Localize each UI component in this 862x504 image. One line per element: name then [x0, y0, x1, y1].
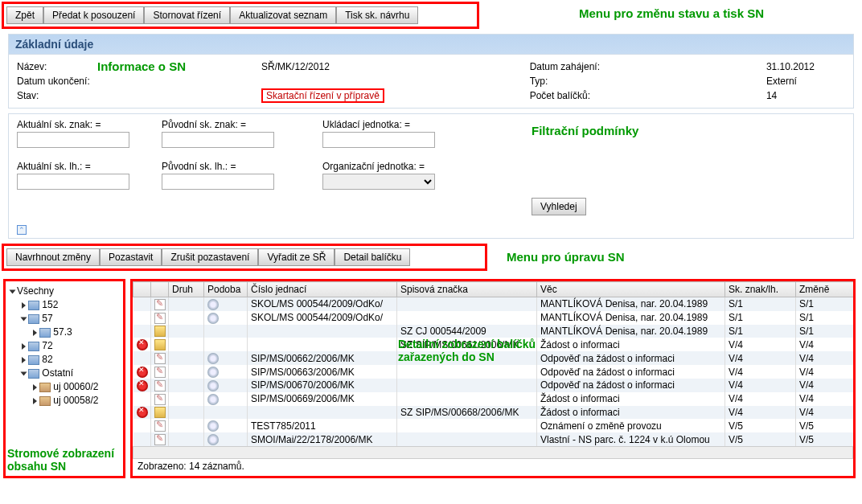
panel-title: Základní údaje	[9, 35, 853, 55]
table-row[interactable]: SZ CJ 000544/2009MANTLÍKOVÁ Denisa, nar.…	[133, 325, 856, 338]
tree-node[interactable]: 72	[42, 340, 52, 351]
print-button[interactable]: Tisk sk. návrhu	[336, 6, 418, 24]
tree-node[interactable]: 82	[42, 354, 52, 365]
table-row[interactable]: SZ SIP/MS/00668/2006/MKŽádost o informac…	[133, 406, 856, 420]
edit-icon[interactable]	[154, 420, 166, 432]
annot-detail: Detailní zobrazení balíčků zařazených do…	[398, 338, 543, 363]
input-ukl-jedn[interactable]	[322, 132, 435, 148]
tree-node[interactable]: 57.3	[53, 326, 72, 338]
lbl-puv-lh: Původní sk. lh.: =	[162, 161, 306, 172]
input-puv-znak[interactable]	[162, 132, 274, 148]
disc-icon	[207, 420, 219, 432]
cell-sk: V/4	[725, 338, 796, 351]
cell-cj: SIP/MS/00663/2006/MK	[248, 365, 397, 379]
cell-sk: S/1	[725, 311, 796, 325]
edit-icon[interactable]	[154, 299, 166, 310]
horizontal-scrollbar[interactable]	[133, 446, 853, 459]
back-button[interactable]: Zpět	[6, 6, 43, 24]
table-row[interactable]: SKOL/MS 000544/2009/OdKo/MANTLÍKOVÁ Deni…	[133, 311, 856, 325]
cell-sk: S/1	[725, 325, 796, 338]
hdr-cj[interactable]: Číslo jednací	[248, 282, 397, 297]
value-state: Skartační řízení v přípravě	[261, 88, 384, 103]
status-line: Zobrazeno: 14 záznamů.	[133, 459, 853, 473]
suspend-button[interactable]: Pozastavit	[100, 248, 162, 266]
cell-zm: V/4	[796, 379, 856, 392]
lbl-akt-lh: Aktuální sk. lh.: =	[17, 161, 146, 172]
cell-sk: V/4	[725, 351, 796, 365]
unsuspend-button[interactable]: Zrušit pozastavení	[162, 248, 258, 266]
collapse-toggle[interactable]: ⌃	[17, 225, 27, 235]
lbl-puv-znak: Původní sk. znak: =	[162, 119, 306, 130]
table-row[interactable]: SKOL/MS 000544/2009/OdKo/MANTLÍKOVÁ Deni…	[133, 297, 856, 311]
node-icon	[28, 314, 39, 324]
tree-root[interactable]: Všechny	[17, 285, 54, 297]
folder-icon	[154, 407, 166, 418]
refresh-list-button[interactable]: Aktualizovat seznam	[230, 6, 336, 24]
table-row[interactable]: SIP/MS/00663/2006/MKOdpověď na žádost o …	[133, 365, 856, 379]
label-state: Stav:	[17, 88, 261, 103]
edit-icon[interactable]	[154, 394, 166, 405]
state-toolbar: Zpět Předat k posouzení Stornovat řízení…	[2, 2, 479, 29]
tree-node[interactable]: 152	[42, 299, 58, 310]
edit-icon[interactable]	[154, 380, 166, 391]
propose-changes-button[interactable]: Navrhnout změny	[6, 248, 100, 266]
edit-icon[interactable]	[154, 367, 166, 378]
input-puv-lh[interactable]	[162, 174, 274, 190]
table-row[interactable]: SIP/MS/00670/2006/MKOdpověď na žádost o …	[133, 379, 856, 392]
cell-vec: Žádost o informaci	[537, 392, 725, 406]
select-org-jedn[interactable]	[322, 174, 435, 190]
hdr-sz[interactable]: Spisová značka	[397, 282, 537, 297]
node-icon	[28, 301, 39, 310]
disc-icon	[207, 313, 219, 324]
cell-vec: Oznámení o změně provozu	[537, 419, 725, 432]
search-button[interactable]: Vyhledej	[532, 198, 586, 215]
input-akt-znak[interactable]	[17, 132, 129, 148]
delete-icon[interactable]	[137, 367, 148, 378]
disc-icon	[207, 434, 219, 445]
cell-vec: Žádost o informaci	[537, 406, 725, 420]
basic-info-panel: Základní údaje Informace o SN Název: SŘ/…	[8, 34, 854, 109]
cell-cj: TEST785/2011	[248, 419, 397, 432]
edit-icon[interactable]	[154, 434, 166, 445]
cell-zm: V/5	[796, 432, 856, 446]
tree-node[interactable]: uj 00060/2	[53, 381, 98, 392]
lbl-org-jedn: Organizační jednotka: =	[322, 161, 483, 172]
value-name: SŘ/MK/12/2012	[261, 59, 530, 74]
annot-info: Informace o SN	[97, 59, 186, 73]
cell-cj: SIP/MS/00670/2006/MK	[248, 379, 397, 392]
cancel-proc-button[interactable]: Stornovat řízení	[144, 6, 230, 24]
node-icon	[39, 328, 51, 338]
cell-vec: Žádost o informaci	[537, 338, 725, 351]
table-header-row: Druh Podoba Číslo jednací Spisová značka…	[133, 282, 856, 297]
submit-review-button[interactable]: Předat k posouzení	[43, 6, 144, 24]
delete-icon[interactable]	[137, 407, 148, 418]
hdr-sk[interactable]: Sk. znak/lh.	[725, 282, 796, 297]
value-package-count: 14	[766, 88, 845, 103]
node-icon	[28, 369, 39, 379]
table-row[interactable]: SIP/MS/00669/2006/MKŽádost o informaciV/…	[133, 392, 856, 406]
hdr-podoba[interactable]: Podoba	[204, 282, 248, 297]
hdr-vec[interactable]: Věc	[537, 282, 725, 297]
hdr-druh[interactable]: Druh	[169, 282, 204, 297]
tree-node[interactable]: Ostatní	[42, 367, 73, 379]
delete-icon[interactable]	[137, 339, 148, 350]
table-row[interactable]: SMOI/Mai/22/2178/2006/MKVlastní - NS par…	[133, 432, 856, 446]
package-detail-button[interactable]: Detail balíčku	[335, 248, 410, 266]
folder-icon	[154, 339, 166, 350]
value-start-date: 31.10.2012	[766, 59, 845, 74]
input-akt-lh[interactable]	[17, 174, 129, 190]
edit-icon[interactable]	[154, 353, 166, 364]
tree-node[interactable]: uj 00058/2	[53, 395, 98, 406]
disc-icon	[207, 299, 219, 310]
delete-icon[interactable]	[137, 380, 148, 391]
tree-node[interactable]: 57	[42, 313, 52, 324]
cell-vec: Vlastní - NS parc. č. 1224 v k.ú Olomou	[537, 432, 725, 446]
cell-sk: V/4	[725, 365, 796, 379]
table-row[interactable]: TEST785/2011Oznámení o změně provozuV/5V…	[133, 419, 856, 432]
edit-icon[interactable]	[154, 313, 166, 324]
cell-vec: Odpověď na žádost o informaci	[537, 365, 725, 379]
cell-vec: MANTLÍKOVÁ Denisa, nar. 20.04.1989	[537, 325, 725, 338]
cell-sz	[397, 379, 537, 392]
remove-button[interactable]: Vyřadit ze SŘ	[258, 248, 335, 266]
hdr-zm[interactable]: Změně	[796, 282, 856, 297]
